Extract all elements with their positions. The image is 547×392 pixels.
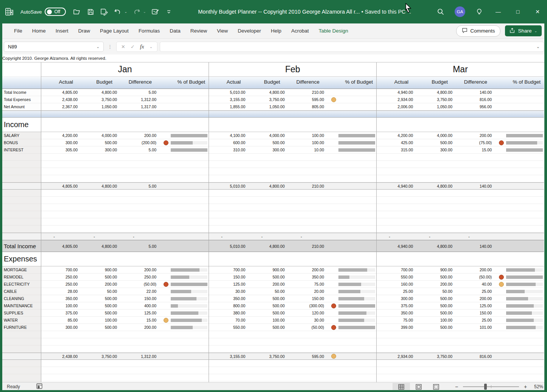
pct-cell[interactable]	[329, 288, 376, 295]
grid-cell[interactable]: 380.00	[209, 310, 250, 316]
empty-row[interactable]	[377, 211, 544, 218]
column-header-difference[interactable]: Difference	[289, 77, 329, 89]
cell-corner-top[interactable]	[2, 62, 41, 77]
grid-cell[interactable]: 250.00	[41, 281, 82, 288]
summary-row[interactable]: 2,006.001,050.00956.00	[377, 103, 544, 110]
summary-row[interactable]: 1,855.001,050.00805.00	[209, 103, 376, 110]
grid-cell[interactable]: 140.00	[457, 240, 496, 252]
grid-cell[interactable]: 1,050.00	[418, 103, 457, 110]
pct-cell[interactable]	[329, 240, 376, 252]
empty-row[interactable]	[209, 226, 376, 233]
grid-cell[interactable]: 150.00	[209, 274, 250, 280]
autosave-control[interactable]: AutoSave Off	[20, 8, 66, 16]
search-icon[interactable]	[436, 8, 445, 16]
grid-cell[interactable]: 70.00	[209, 317, 250, 324]
grid-cell[interactable]: 200.00	[457, 132, 496, 139]
grid-cell[interactable]: 4,800.00	[250, 89, 289, 96]
undo-chevron-icon[interactable]: ⌄	[124, 10, 127, 14]
expense-row[interactable]: 700.00900.00200.00	[41, 266, 209, 274]
empty-row[interactable]	[41, 175, 209, 182]
grid-cell[interactable]: 40.00	[457, 281, 496, 288]
income-section-row[interactable]	[377, 118, 544, 132]
column-header-budget[interactable]: Budget	[250, 77, 289, 89]
tab-data[interactable]: Data	[165, 28, 185, 34]
empty-label-cell[interactable]	[2, 154, 41, 161]
pct-cell[interactable]	[161, 317, 209, 324]
grid-cell[interactable]: 300.00	[250, 146, 289, 153]
cell-corner-header[interactable]	[2, 77, 41, 89]
grid-cell[interactable]: 100.00	[418, 317, 457, 324]
grid-cell[interactable]: 500.00	[418, 302, 457, 309]
grid-cell[interactable]: 4,800.00	[250, 240, 289, 252]
expense-row[interactable]: 30.0050.0020.00	[209, 288, 376, 295]
row-label-bonus[interactable]: BONUS	[2, 139, 41, 146]
expense-row[interactable]: 160.00200.0040.00	[377, 281, 544, 288]
pct-cell[interactable]	[161, 310, 209, 316]
column-header-difference[interactable]: Difference	[122, 77, 161, 89]
grid-cell[interactable]: 200.00	[122, 266, 161, 273]
grid-cell[interactable]: 500.00	[250, 302, 289, 309]
income-row[interactable]: 4,200.004,000.00200.00	[377, 132, 544, 139]
tab-home[interactable]: Home	[27, 28, 51, 34]
grid-cell[interactable]: 350.00	[41, 295, 82, 302]
expense-row[interactable]: 300.00500.00200.00	[377, 295, 544, 302]
zoom-in-button[interactable]: +	[523, 384, 528, 390]
grid-cell[interactable]: -	[82, 233, 122, 240]
income-row[interactable]: 600.00500.00100.00	[209, 139, 376, 146]
grid-cell[interactable]: 500.00	[250, 295, 289, 302]
pct-cell[interactable]	[329, 233, 376, 240]
empty-row[interactable]	[377, 331, 544, 338]
row-label-mortgage[interactable]: MORTGAGE	[2, 266, 41, 274]
grid-cell[interactable]: 5.00	[122, 146, 161, 153]
grid-cell[interactable]: 400.00	[122, 302, 161, 309]
pct-cell[interactable]	[496, 317, 544, 324]
column-header--of-budget[interactable]: % of Budget	[329, 77, 376, 89]
grid-cell[interactable]: 4,000.00	[82, 132, 122, 139]
empty-label-cell[interactable]	[2, 218, 41, 226]
expense-row[interactable]: 399.00500.00101.00	[377, 324, 544, 331]
row-label-net-amount[interactable]: Net Amount	[2, 103, 41, 110]
expense-row[interactable]: 25.0050.0025.00	[377, 288, 544, 295]
grid-cell[interactable]: 140.00	[457, 89, 496, 96]
income-subtotal-row[interactable]: 4,940.004,800.00140.00	[377, 182, 544, 190]
empty-row[interactable]	[377, 226, 544, 233]
grid-cell[interactable]: 210.00	[289, 240, 329, 252]
empty-label-cell[interactable]	[2, 374, 41, 381]
grid-cell[interactable]: 500.00	[250, 324, 289, 331]
pct-cell[interactable]	[329, 353, 376, 359]
grid-cell[interactable]: 375.00	[41, 310, 82, 316]
pct-cell[interactable]	[496, 146, 544, 153]
expense-row[interactable]: 350.00500.00150.00	[377, 310, 544, 317]
column-header--of-budget[interactable]: % of Budget	[161, 77, 209, 89]
saved-status[interactable]: Saved to this PC	[365, 9, 406, 15]
month-header-feb[interactable]: Feb	[209, 62, 376, 77]
pct-cell[interactable]	[496, 233, 544, 240]
column-header-budget[interactable]: Budget	[418, 77, 457, 89]
pct-cell[interactable]	[329, 310, 376, 316]
grid-cell[interactable]: 3,750.00	[250, 353, 289, 359]
expense-row[interactable]: 85.00100.0015.00	[41, 317, 209, 324]
empty-row[interactable]	[41, 218, 209, 226]
grid-cell[interactable]: 500.00	[82, 302, 122, 309]
expense-row[interactable]: 350.00500.00150.00	[41, 295, 209, 302]
pct-cell[interactable]	[329, 96, 376, 103]
month-header-jan[interactable]: Jan	[41, 62, 209, 77]
grid-cell[interactable]: 310.00	[209, 146, 250, 153]
column-header-actual[interactable]: Actual	[209, 77, 250, 89]
section-label-expenses[interactable]: Expenses	[2, 252, 41, 266]
empty-row[interactable]	[41, 154, 209, 161]
empty-label-cell[interactable]	[2, 197, 41, 204]
pct-cell[interactable]	[329, 266, 376, 273]
pct-cell[interactable]	[161, 295, 209, 302]
income-row[interactable]: 315.00300.0015.00	[377, 146, 544, 154]
summary-row[interactable]: 2,367.001,050.001,317.00	[41, 103, 209, 110]
grid-cell[interactable]: (50.00)	[289, 324, 329, 331]
pct-cell[interactable]	[496, 89, 544, 96]
grid-cell[interactable]: 10.00	[289, 146, 329, 153]
row-label-maintenance[interactable]: MAINTENANCE	[2, 302, 41, 310]
tab-draw[interactable]: Draw	[73, 28, 95, 34]
grid-cell[interactable]: 816.00	[457, 96, 496, 103]
grid-cell[interactable]: 200.00	[250, 281, 289, 288]
grid-cell[interactable]: 25.00	[377, 288, 418, 295]
grid-cell[interactable]: 50.00	[82, 288, 122, 295]
